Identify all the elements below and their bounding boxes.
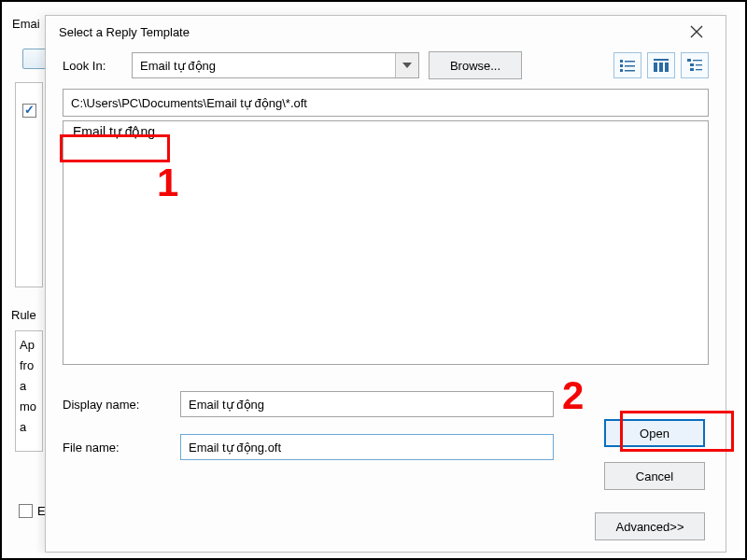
- screenshot-border: [0, 0, 747, 560]
